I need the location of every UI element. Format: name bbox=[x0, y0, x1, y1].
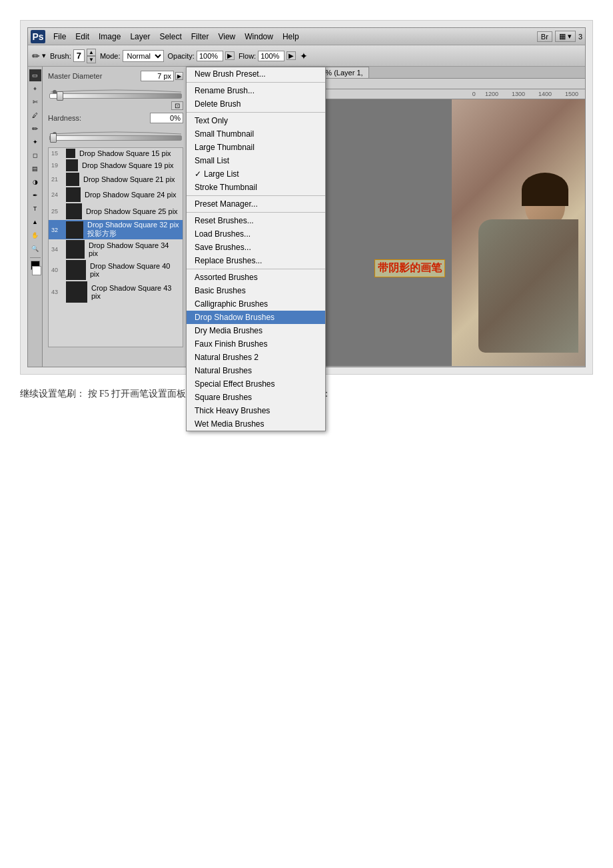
tool-zoom[interactable]: 🔍 bbox=[29, 243, 41, 255]
brush-preview-40 bbox=[66, 260, 86, 280]
background-color[interactable] bbox=[32, 266, 41, 275]
opacity-arrow[interactable]: ▶ bbox=[225, 51, 235, 60]
ctx-load-brushes[interactable]: Load Brushes... bbox=[187, 227, 325, 241]
ruler-mark-1400: 1400 bbox=[532, 89, 558, 99]
ctx-text-only[interactable]: Text Only bbox=[187, 114, 325, 127]
brush-item-19[interactable]: 19 Drop Shadow Square 19 pix bbox=[49, 159, 183, 172]
ruler-mark-1200: 1200 bbox=[478, 89, 505, 99]
tool-gradient[interactable]: ▤ bbox=[29, 163, 41, 175]
tool-pen[interactable]: ✒ bbox=[29, 189, 41, 201]
brush-item-15[interactable]: 15 Drop Shadow Square 15 pix bbox=[49, 148, 183, 159]
brush-name-21: Drop Shadow Square 21 pix bbox=[83, 175, 175, 183]
menu-filter[interactable]: Filter bbox=[187, 31, 213, 43]
ctx-small-list[interactable]: Small List bbox=[187, 154, 325, 167]
ctx-sep-5 bbox=[187, 269, 325, 269]
chinese-tooltip: 带阴影的画笔 bbox=[374, 259, 445, 277]
menu-image[interactable]: Image bbox=[95, 31, 125, 43]
ctx-thick-heavy-brushes[interactable]: Thick Heavy Brushes bbox=[187, 404, 325, 417]
brush-name-19: Drop Shadow Square 19 pix bbox=[82, 161, 174, 169]
diameter-slider-container bbox=[45, 83, 186, 100]
person-silhouette bbox=[458, 166, 578, 366]
ps-logo: Ps bbox=[31, 30, 45, 43]
ctx-preset-manager[interactable]: Preset Manager... bbox=[187, 197, 325, 211]
diameter-increase[interactable]: ▶ bbox=[175, 72, 183, 80]
brush-name-15: Drop Shadow Square 15 pix bbox=[79, 149, 171, 157]
airbrush-icon[interactable]: ✦ bbox=[300, 51, 308, 61]
ctx-assorted-brushes[interactable]: Assorted Brushes bbox=[187, 271, 325, 284]
ctx-large-list[interactable]: ✓Large List bbox=[187, 167, 325, 181]
tool-marquee[interactable]: ▭ bbox=[29, 69, 41, 81]
tool-eraser[interactable]: ◻ bbox=[29, 149, 41, 161]
brush-preview-19 bbox=[66, 159, 78, 171]
diameter-slider[interactable] bbox=[49, 93, 182, 99]
brush-tool[interactable]: ✏▾ bbox=[32, 51, 46, 61]
resize-btn[interactable]: ⊡ bbox=[171, 101, 183, 110]
mode-select[interactable]: Normal bbox=[123, 50, 164, 62]
tool-brush[interactable]: ✏ bbox=[29, 123, 41, 135]
flow-arrow[interactable]: ▶ bbox=[287, 51, 296, 60]
ctx-small-thumbnail[interactable]: Small Thumbnail bbox=[187, 127, 325, 141]
ctx-rename-brush[interactable]: Rename Brush... bbox=[187, 84, 325, 97]
brush-preview-21 bbox=[66, 173, 79, 186]
ctx-save-brushes[interactable]: Save Brushes... bbox=[187, 241, 325, 254]
brush-item-21[interactable]: 21 Drop Shadow Square 21 pix bbox=[49, 172, 183, 187]
diameter-input[interactable] bbox=[141, 71, 174, 81]
workspace-btn[interactable]: ▦ ▾ bbox=[555, 31, 576, 42]
ctx-faux-finish-brushes[interactable]: Faux Finish Brushes bbox=[187, 337, 325, 351]
diameter-label: Master Diameter bbox=[48, 72, 102, 80]
ctx-delete-brush[interactable]: Delete Brush bbox=[187, 97, 325, 111]
ctx-basic-brushes[interactable]: Basic Brushes bbox=[187, 284, 325, 297]
ctx-new-brush-preset[interactable]: New Brush Preset... bbox=[187, 67, 325, 81]
opacity-input[interactable] bbox=[197, 51, 223, 61]
options-toolbar: ✏▾ Brush: 7 ▲ ▼ Mode: Normal Opacity: ▶ bbox=[28, 45, 585, 67]
ctx-natural-brushes-2[interactable]: Natural Brushes 2 bbox=[187, 351, 325, 364]
flow-input[interactable] bbox=[258, 51, 285, 61]
tool-shape[interactable]: ▲ bbox=[29, 216, 41, 228]
ruler-mark-zero: 0 bbox=[470, 89, 478, 99]
brush-item-43[interactable]: 43 Crop Shadow Square 43 pix bbox=[49, 281, 183, 303]
screenshot-container: Ps File Edit Image Layer Select Filter V… bbox=[20, 20, 593, 375]
brush-item-32[interactable]: 32 Drop Shadow Square 32 pix 投影方形 bbox=[49, 220, 183, 239]
hardness-slider[interactable] bbox=[49, 135, 182, 141]
bridge-btn[interactable]: Br bbox=[537, 31, 552, 42]
tool-stamp[interactable]: ✦ bbox=[29, 136, 41, 148]
ctx-wet-media-brushes[interactable]: Wet Media Brushes bbox=[187, 417, 325, 431]
ctx-sep-3 bbox=[187, 195, 325, 196]
ctx-square-brushes[interactable]: Square Brushes bbox=[187, 391, 325, 404]
ctx-dry-media-brushes[interactable]: Dry Media Brushes bbox=[187, 324, 325, 337]
menu-help[interactable]: Help bbox=[279, 31, 303, 43]
tool-dodge[interactable]: ◑ bbox=[29, 176, 41, 188]
menu-view[interactable]: View bbox=[214, 31, 239, 43]
ruler-mark-1300: 1300 bbox=[505, 89, 532, 99]
tool-text[interactable]: T bbox=[29, 203, 41, 215]
ctx-stroke-thumbnail[interactable]: Stroke Thumbnail bbox=[187, 181, 325, 194]
ctx-large-thumbnail[interactable]: Large Thumbnail bbox=[187, 141, 325, 154]
ctx-drop-shadow-brushes[interactable]: Drop Shadow Brushes bbox=[187, 311, 325, 324]
left-tools: ▭ ⌖ ✄ 🖊 ✏ ✦ ◻ ▤ ◑ ✒ T ▲ ✋ 🔍 bbox=[28, 67, 43, 367]
ctx-natural-brushes[interactable]: Natural Brushes bbox=[187, 364, 325, 377]
menu-file[interactable]: File bbox=[49, 31, 70, 43]
tool-hand[interactable]: ✋ bbox=[29, 229, 41, 241]
menu-select[interactable]: Select bbox=[155, 31, 185, 43]
brush-chinese-32: 投影方形 bbox=[87, 229, 179, 239]
menu-edit[interactable]: Edit bbox=[71, 31, 93, 43]
ctx-calligraphic-brushes[interactable]: Calligraphic Brushes bbox=[187, 297, 325, 311]
hardness-slider-icon bbox=[49, 129, 183, 135]
ctx-reset-brushes[interactable]: Reset Brushes... bbox=[187, 214, 325, 227]
tool-lasso[interactable]: ⌖ bbox=[29, 83, 41, 95]
brush-item-40[interactable]: 40 Drop Shadow Square 40 pix bbox=[49, 259, 183, 281]
brush-preview-32 bbox=[66, 221, 83, 239]
brush-name-40: Drop Shadow Square 40 pix bbox=[90, 262, 180, 278]
brush-item-25[interactable]: 25 Drop Shadow Square 25 pix bbox=[49, 203, 183, 220]
ctx-replace-brushes[interactable]: Replace Brushes... bbox=[187, 254, 325, 267]
hardness-input[interactable] bbox=[150, 113, 183, 123]
brush-name-32: Drop Shadow Square 32 pix bbox=[87, 221, 179, 229]
tool-crop[interactable]: ✄ bbox=[29, 96, 41, 108]
ctx-special-effect-brushes[interactable]: Special Effect Brushes bbox=[187, 377, 325, 391]
brush-item-34[interactable]: 34 Drop Shadow Square 34 pix bbox=[49, 239, 183, 259]
menu-window[interactable]: Window bbox=[241, 31, 277, 43]
menu-layer[interactable]: Layer bbox=[126, 31, 154, 43]
brush-size-arrows[interactable]: ▲ ▼ bbox=[87, 49, 96, 63]
tool-eyedropper[interactable]: 🖊 bbox=[29, 109, 41, 121]
brush-item-24[interactable]: 24 Drop Shadow Square 24 pix bbox=[49, 187, 183, 203]
